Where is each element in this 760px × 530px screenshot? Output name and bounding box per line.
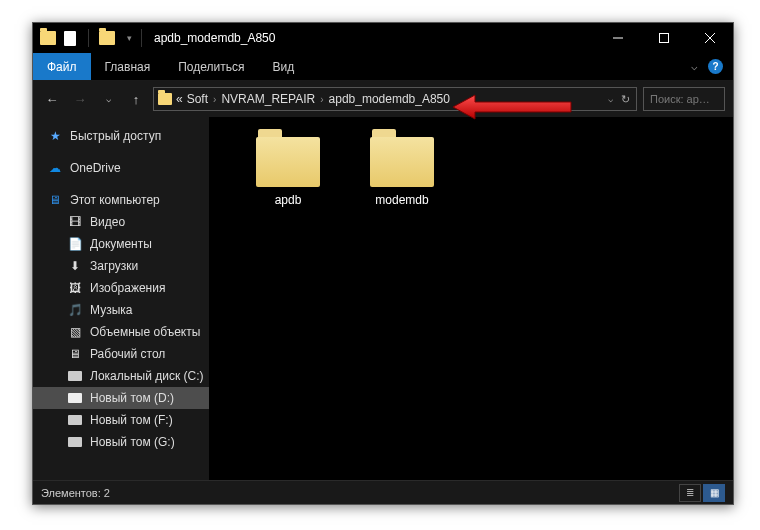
qat-folder-icon[interactable] (99, 30, 115, 46)
sidebar-item-label: Быстрый доступ (70, 129, 161, 143)
breadcrumb-item[interactable]: apdb_modemdb_A850 (329, 92, 450, 106)
sidebar-item-downloads[interactable]: ⬇Загрузки (33, 255, 209, 277)
ribbon: Файл Главная Поделиться Вид ⌵ ? (33, 53, 733, 81)
ribbon-collapse-icon[interactable]: ⌵ (691, 60, 698, 73)
sidebar-item-label: Новый том (G:) (90, 435, 175, 449)
view-details-button[interactable]: ≣ (679, 484, 701, 502)
drive-icon (67, 412, 83, 428)
title-separator (141, 29, 142, 47)
minimize-button[interactable] (595, 23, 641, 53)
sidebar-item-music[interactable]: 🎵Музыка (33, 299, 209, 321)
sidebar-item-quick-access[interactable]: ★ Быстрый доступ (33, 125, 209, 147)
breadcrumb-prefix: « (176, 92, 183, 106)
sidebar-item-label: Загрузки (90, 259, 138, 273)
close-button[interactable] (687, 23, 733, 53)
tab-view[interactable]: Вид (258, 53, 308, 80)
document-icon: 📄 (67, 236, 83, 252)
back-button[interactable]: ← (41, 88, 63, 110)
window-controls (595, 23, 733, 53)
sidebar-item-label: Документы (90, 237, 152, 251)
folder-icon (370, 137, 434, 187)
search-input[interactable]: Поиск: ap… (643, 87, 725, 111)
app-icon (40, 30, 56, 46)
sidebar-item-label: Объемные объекты (90, 325, 200, 339)
address-folder-icon (158, 93, 172, 105)
sidebar-item-label: OneDrive (70, 161, 121, 175)
sidebar-item-desktop[interactable]: 🖥Рабочий стол (33, 343, 209, 365)
sidebar-item-drive-g[interactable]: Новый том (G:) (33, 431, 209, 453)
svg-rect-1 (660, 34, 669, 43)
tab-share[interactable]: Поделиться (164, 53, 258, 80)
sidebar-item-label: Рабочий стол (90, 347, 165, 361)
breadcrumb-item[interactable]: NVRAM_REPAIR (221, 92, 315, 106)
up-button[interactable]: ↑ (125, 88, 147, 110)
nav-pane: ★ Быстрый доступ ☁ OneDrive 🖥 Этот компь… (33, 117, 209, 480)
view-toggles: ≣ ▦ (679, 484, 725, 502)
download-icon: ⬇ (67, 258, 83, 274)
cube-icon: ▧ (67, 324, 83, 340)
sidebar-item-documents[interactable]: 📄Документы (33, 233, 209, 255)
address-dropdown-icon[interactable]: ⌵ (608, 94, 613, 104)
title-bar: ▾ apdb_modemdb_A850 (33, 23, 733, 53)
view-icons-button[interactable]: ▦ (703, 484, 725, 502)
status-bar: Элементов: 2 ≣ ▦ (33, 480, 733, 504)
sidebar-item-label: Новый том (D:) (90, 391, 174, 405)
forward-button[interactable]: → (69, 88, 91, 110)
monitor-icon: 🖥 (47, 192, 63, 208)
content-area[interactable]: apdb modemdb (209, 117, 733, 480)
breadcrumb-item[interactable]: Soft (187, 92, 208, 106)
status-count: Элементов: 2 (41, 487, 110, 499)
recent-dropdown[interactable]: ⌵ (97, 88, 119, 110)
tab-file[interactable]: Файл (33, 53, 91, 80)
sidebar-item-onedrive[interactable]: ☁ OneDrive (33, 157, 209, 179)
folder-label: apdb (275, 193, 302, 207)
body: ★ Быстрый доступ ☁ OneDrive 🖥 Этот компь… (33, 117, 733, 480)
refresh-button[interactable]: ↻ (621, 93, 630, 106)
breadcrumb: « Soft › NVRAM_REPAIR › apdb_modemdb_A85… (176, 92, 450, 106)
folder-icon (256, 137, 320, 187)
window-title: apdb_modemdb_A850 (154, 31, 275, 45)
explorer-window: ▾ apdb_modemdb_A850 Файл Главная Поделит… (32, 22, 734, 505)
drive-icon (67, 434, 83, 450)
cloud-icon: ☁ (47, 160, 63, 176)
folder-item[interactable]: apdb (245, 137, 331, 207)
chevron-right-icon: › (320, 94, 323, 105)
qat-doc-icon[interactable] (62, 30, 78, 46)
folder-item[interactable]: modemdb (359, 137, 445, 207)
help-button[interactable]: ? (708, 59, 723, 74)
sidebar-item-drive-d[interactable]: Новый том (D:) (33, 387, 209, 409)
sidebar-item-label: Новый том (F:) (90, 413, 173, 427)
sidebar-item-label: Видео (90, 215, 125, 229)
sidebar-item-label: Музыка (90, 303, 132, 317)
music-icon: 🎵 (67, 302, 83, 318)
qat-dropdown[interactable]: ▾ (121, 30, 137, 46)
folder-label: modemdb (375, 193, 428, 207)
ribbon-right: ⌵ ? (691, 53, 733, 80)
maximize-button[interactable] (641, 23, 687, 53)
sidebar-item-label: Изображения (90, 281, 165, 295)
video-icon: 🎞 (67, 214, 83, 230)
sidebar-item-videos[interactable]: 🎞Видео (33, 211, 209, 233)
tab-home[interactable]: Главная (91, 53, 165, 80)
sidebar-item-3dobjects[interactable]: ▧Объемные объекты (33, 321, 209, 343)
sidebar-item-label: Этот компьютер (70, 193, 160, 207)
qat-separator (88, 29, 89, 47)
sidebar-item-pictures[interactable]: 🖼Изображения (33, 277, 209, 299)
sidebar-item-thispc[interactable]: 🖥 Этот компьютер (33, 189, 209, 211)
desktop-icon: 🖥 (67, 346, 83, 362)
qat: ▾ (33, 29, 137, 47)
chevron-right-icon: › (213, 94, 216, 105)
drive-icon (67, 368, 83, 384)
nav-row: ← → ⌵ ↑ « Soft › NVRAM_REPAIR › apdb_mod… (33, 81, 733, 117)
drive-icon (67, 390, 83, 406)
image-icon: 🖼 (67, 280, 83, 296)
sidebar-item-drive-c[interactable]: Локальный диск (C:) (33, 365, 209, 387)
sidebar-item-label: Локальный диск (C:) (90, 369, 204, 383)
sidebar-item-drive-f[interactable]: Новый том (F:) (33, 409, 209, 431)
star-icon: ★ (47, 128, 63, 144)
address-bar[interactable]: « Soft › NVRAM_REPAIR › apdb_modemdb_A85… (153, 87, 637, 111)
address-tools: ⌵ ↻ (608, 93, 636, 106)
search-placeholder: Поиск: ap… (650, 93, 710, 105)
